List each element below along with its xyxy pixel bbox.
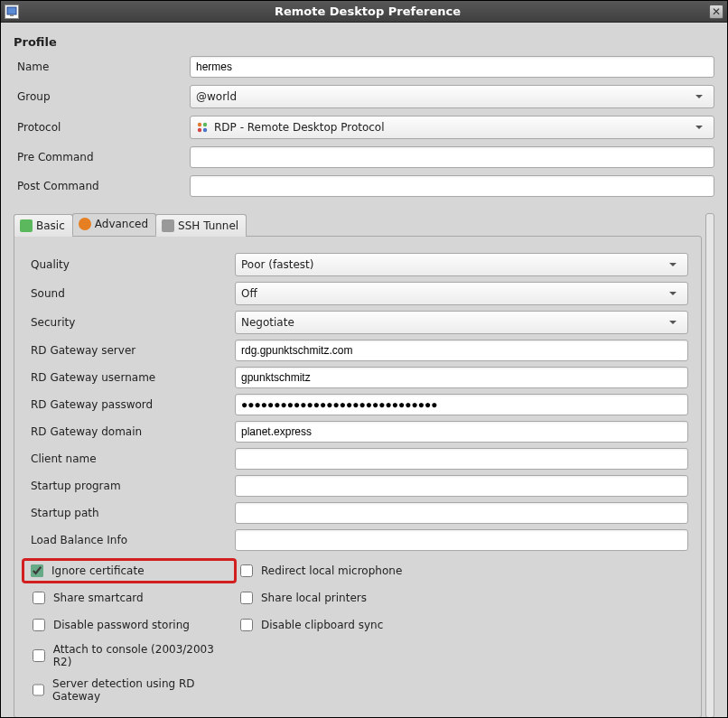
tab-advanced[interactable]: Advanced <box>72 213 156 236</box>
name-input[interactable] <box>190 56 714 78</box>
tab-ssh-tunnel[interactable]: SSH Tunnel <box>155 214 247 237</box>
name-label: Name <box>14 61 190 73</box>
tab-basic[interactable]: Basic <box>14 214 73 237</box>
advanced-icon <box>79 218 91 230</box>
check-redirect-microphone-label: Redirect local microphone <box>261 564 402 577</box>
startup-prog-input[interactable] <box>235 475 688 497</box>
check-disable-clipboard-sync[interactable]: Disable clipboard sync <box>235 614 688 636</box>
check-share-smartcard[interactable]: Share smartcard <box>27 587 235 609</box>
titlebar: Remote Desktop Preference ✕ <box>1 1 727 23</box>
check-server-detection-rdgw[interactable]: Server detection using RD Gateway <box>27 676 235 704</box>
protocol-icon <box>196 121 209 134</box>
check-disable-clipboard-sync-box[interactable] <box>240 619 253 631</box>
check-server-detection-rdgw-box[interactable] <box>33 684 44 696</box>
protocol-value: RDP - Remote Desktop Protocol <box>214 121 690 134</box>
check-share-printers-label: Share local printers <box>261 592 367 604</box>
chevron-down-icon <box>664 259 682 270</box>
precmd-input[interactable] <box>190 146 714 168</box>
svg-point-2 <box>198 123 201 126</box>
tab-advanced-label: Advanced <box>95 218 148 230</box>
tabs-area: Basic Advanced SSH Tunnel Quality Poor (… <box>14 213 714 718</box>
checkbox-grid: Ignore certificate Redirect local microp… <box>27 560 688 704</box>
startup-prog-label: Startup program <box>27 480 235 492</box>
chevron-down-icon <box>690 91 708 102</box>
rdgw-domain-input[interactable] <box>235 421 688 443</box>
check-ignore-certificate-box[interactable] <box>31 564 43 577</box>
check-ignore-certificate-label: Ignore certificate <box>51 564 145 577</box>
startup-path-label: Startup path <box>27 507 235 519</box>
tab-ssh-label: SSH Tunnel <box>178 219 238 232</box>
check-disable-password-storing[interactable]: Disable password storing <box>27 614 235 636</box>
loadbalance-input[interactable] <box>235 529 688 551</box>
scrollbar[interactable] <box>705 213 714 718</box>
security-combo[interactable]: Negotiate <box>235 311 688 334</box>
rdgw-pass-input[interactable] <box>235 394 688 415</box>
security-label: Security <box>27 316 235 329</box>
startup-path-input[interactable] <box>235 502 688 524</box>
postcmd-label: Post Command <box>14 180 190 192</box>
tabbar: Basic Advanced SSH Tunnel <box>14 213 702 236</box>
svg-rect-1 <box>10 14 14 16</box>
quality-combo[interactable]: Poor (fastest) <box>235 253 688 276</box>
check-disable-clipboard-sync-label: Disable clipboard sync <box>261 619 383 631</box>
check-redirect-microphone-box[interactable] <box>240 564 253 577</box>
svg-point-5 <box>203 128 207 132</box>
profile-form: Name Group @world Protocol RDP - Remote … <box>14 56 714 197</box>
tab-basic-label: Basic <box>36 219 65 232</box>
check-share-printers-box[interactable] <box>240 592 253 604</box>
sound-label: Sound <box>27 287 235 300</box>
check-ignore-certificate[interactable]: Ignore certificate <box>23 560 235 582</box>
svg-point-3 <box>203 123 207 126</box>
rdgw-user-label: RD Gateway username <box>27 371 235 384</box>
protocol-combo[interactable]: RDP - Remote Desktop Protocol <box>190 116 714 139</box>
rdgw-user-input[interactable] <box>235 367 688 388</box>
check-share-smartcard-box[interactable] <box>33 592 45 604</box>
svg-point-4 <box>198 128 201 132</box>
loadbalance-label: Load Balance Info <box>27 534 235 546</box>
svg-rect-0 <box>7 7 16 14</box>
tab-panel-advanced: Quality Poor (fastest) Sound Off Securit… <box>14 236 702 718</box>
window-title: Remote Desktop Preference <box>26 5 709 18</box>
check-attach-console-box[interactable] <box>33 649 45 662</box>
group-combo[interactable]: @world <box>190 85 714 108</box>
client-name-label: Client name <box>27 452 235 465</box>
app-icon <box>5 5 19 19</box>
rdgw-domain-label: RD Gateway domain <box>27 425 235 438</box>
check-share-smartcard-label: Share smartcard <box>53 592 144 604</box>
check-share-printers[interactable]: Share local printers <box>235 587 688 609</box>
quality-label: Quality <box>27 258 235 271</box>
check-disable-password-storing-label: Disable password storing <box>53 619 190 631</box>
check-redirect-microphone[interactable]: Redirect local microphone <box>235 560 688 582</box>
close-icon[interactable]: ✕ <box>709 5 723 19</box>
check-attach-console-label: Attach to console (2003/2003 R2) <box>53 643 233 668</box>
profile-heading: Profile <box>14 35 714 49</box>
ssh-icon <box>162 219 174 232</box>
window-body: Profile Name Group @world Protocol RDP -… <box>1 23 727 718</box>
chevron-down-icon <box>664 317 682 328</box>
protocol-label: Protocol <box>14 121 190 134</box>
rdgw-server-label: RD Gateway server <box>27 344 235 357</box>
group-value: @world <box>196 90 690 103</box>
sound-combo[interactable]: Off <box>235 282 688 305</box>
sound-value: Off <box>241 287 664 300</box>
precmd-label: Pre Command <box>14 151 190 163</box>
rdgw-pass-label: RD Gateway password <box>27 398 235 411</box>
rdgw-server-input[interactable] <box>235 340 688 361</box>
quality-value: Poor (fastest) <box>241 258 664 271</box>
group-label: Group <box>14 90 190 103</box>
security-value: Negotiate <box>241 316 664 329</box>
postcmd-input[interactable] <box>190 175 714 197</box>
chevron-down-icon <box>664 288 682 299</box>
chevron-down-icon <box>690 122 708 133</box>
client-name-input[interactable] <box>235 448 688 470</box>
check-server-detection-rdgw-label: Server detection using RD Gateway <box>52 677 233 703</box>
check-disable-password-storing-box[interactable] <box>33 619 45 631</box>
basic-icon <box>20 219 33 232</box>
check-attach-console[interactable]: Attach to console (2003/2003 R2) <box>27 641 235 670</box>
